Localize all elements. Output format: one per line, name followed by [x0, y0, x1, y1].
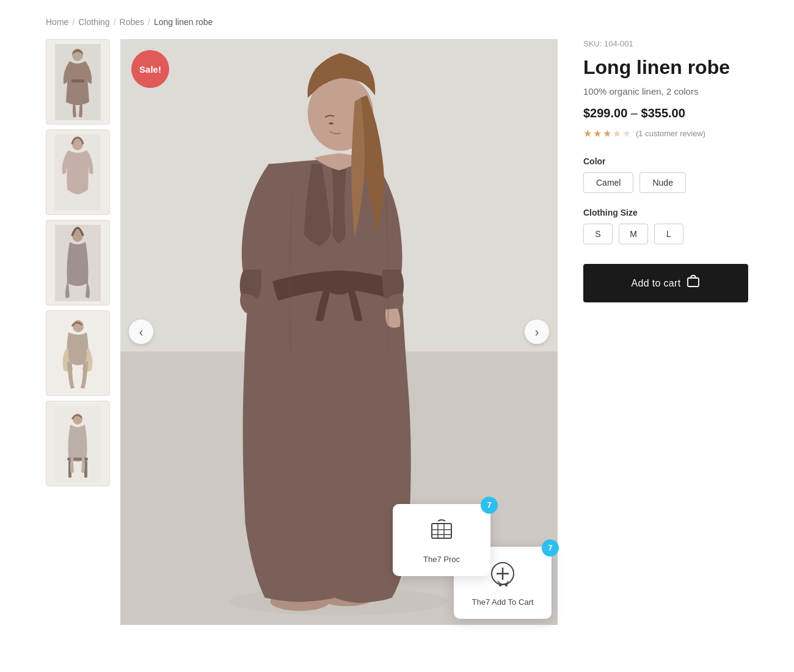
breadcrumb-sep-3: /	[148, 17, 150, 27]
svg-rect-32	[688, 278, 699, 287]
color-options: Camel Nude	[583, 172, 748, 193]
size-label: Clothing Size	[583, 208, 748, 217]
breadcrumb-current: Long linen robe	[154, 17, 213, 27]
add-cart-icon	[488, 559, 517, 591]
star-rating: ★ ★ ★ ★ ★	[583, 128, 631, 139]
price-dash: –	[631, 106, 641, 120]
cart-grid-icon	[427, 516, 456, 549]
svg-point-30	[499, 584, 501, 586]
review-count: (1 customer review)	[636, 129, 705, 138]
size-s-button[interactable]: S	[583, 224, 613, 244]
breadcrumb-home[interactable]: Home	[46, 17, 68, 27]
tooltip-badge-1: 7	[481, 497, 498, 514]
breadcrumb-robes[interactable]: Robes	[120, 17, 144, 27]
size-options: S M L	[583, 224, 748, 244]
thumbnail-2[interactable]	[46, 130, 110, 215]
size-section: Clothing Size S M L	[583, 208, 748, 244]
svg-rect-22	[432, 524, 451, 538]
thumbnail-list	[46, 39, 113, 625]
breadcrumb: Home / Clothing / Robes / Long linen rob…	[0, 0, 794, 39]
product-subtitle: 100% organic linen, 2 colors	[583, 86, 748, 97]
star-2: ★	[593, 128, 602, 139]
review-row: ★ ★ ★ ★ ★ (1 customer review)	[583, 128, 748, 139]
product-info: SKU: 104-001 Long linen robe 100% organi…	[565, 39, 748, 625]
price-to: $355.00	[641, 106, 685, 120]
price-range: $299.00 – $355.00	[583, 106, 748, 120]
svg-rect-11	[67, 458, 88, 461]
add-to-cart-label: Add to cart	[632, 278, 681, 289]
product-sku: SKU: 104-001	[583, 39, 748, 48]
thumbnail-4[interactable]	[46, 310, 110, 396]
breadcrumb-sep-1: /	[72, 17, 75, 27]
size-m-button[interactable]: M	[619, 224, 648, 244]
product-title: Long linen robe	[583, 56, 748, 79]
thumbnail-1[interactable]	[46, 39, 110, 125]
tooltip-badge-2: 7	[542, 539, 559, 557]
color-nude-button[interactable]: Nude	[639, 172, 685, 193]
main-image-area: Sale! ‹ ›	[120, 39, 558, 625]
size-l-button[interactable]: L	[654, 224, 683, 244]
thumbnail-5[interactable]	[46, 401, 110, 486]
star-3: ★	[603, 128, 611, 139]
svg-rect-2	[71, 79, 84, 82]
color-label: Color	[583, 156, 748, 166]
star-5: ★	[622, 128, 631, 139]
tooltip-area: 7 The7 Proc	[393, 454, 576, 576]
tooltip-label-1: The7 Proc	[423, 555, 460, 564]
add-to-cart-button[interactable]: Add to cart	[583, 264, 748, 302]
prev-image-button[interactable]: ‹	[129, 320, 153, 344]
tooltip-card-1: 7 The7 Proc	[393, 504, 490, 576]
svg-point-31	[505, 584, 508, 586]
next-image-button[interactable]: ›	[525, 320, 549, 344]
color-camel-button[interactable]: Camel	[583, 172, 633, 193]
svg-point-21	[329, 122, 333, 125]
thumbnail-3[interactable]	[46, 220, 110, 305]
color-section: Color Camel Nude	[583, 156, 748, 193]
cart-icon	[687, 275, 700, 291]
breadcrumb-sep-2: /	[114, 17, 116, 27]
price-from: $299.00	[583, 106, 627, 120]
sale-badge: Sale!	[131, 50, 169, 88]
product-layout: Sale! ‹ ›	[0, 39, 794, 625]
star-4: ★	[613, 128, 621, 139]
star-1: ★	[583, 128, 592, 139]
tooltip-label-2: The7 Add To Cart	[472, 597, 534, 607]
breadcrumb-clothing[interactable]: Clothing	[78, 17, 109, 27]
